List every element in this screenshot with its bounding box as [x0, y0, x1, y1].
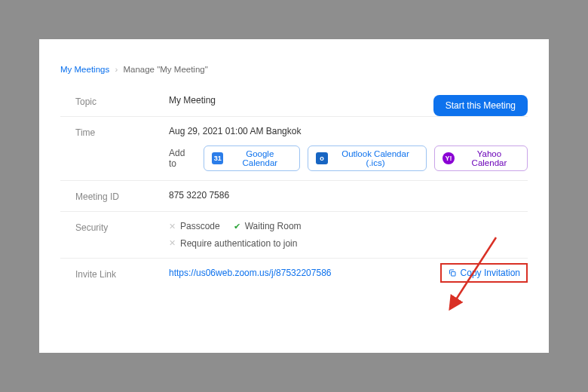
outlook-calendar-button[interactable]: o Outlook Calendar (.ics): [308, 145, 427, 171]
time-value: Aug 29, 2021 01:00 AM Bangkok: [169, 126, 528, 136]
time-block: Aug 29, 2021 01:00 AM Bangkok Add to 31 …: [169, 126, 528, 171]
security-waiting-room-label: Waiting Room: [245, 221, 302, 231]
meeting-id-label: Meeting ID: [75, 190, 169, 202]
security-label: Security: [75, 221, 169, 233]
svg-rect-0: [451, 271, 455, 276]
x-icon: ✕: [169, 222, 176, 231]
outlook-calendar-icon: o: [316, 152, 328, 164]
row-meeting-id: Meeting ID 875 3220 7586: [60, 180, 528, 211]
google-calendar-label: Google Calendar: [228, 149, 292, 167]
meeting-manage-panel: My Meetings › Manage "My Meeting" Start …: [39, 39, 549, 353]
google-calendar-button[interactable]: 31 Google Calendar: [204, 145, 300, 171]
yahoo-calendar-icon: Y!: [443, 152, 455, 164]
add-to-label: Add to: [169, 148, 194, 169]
outlook-calendar-label: Outlook Calendar (.ics): [332, 149, 419, 167]
meeting-id-value: 875 3220 7586: [169, 190, 528, 201]
security-passcode-label: Passcode: [180, 221, 220, 231]
row-security: Security ✕ Passcode ✔ Waiting Room ✕ Req…: [60, 211, 528, 258]
row-time: Time Aug 29, 2021 01:00 AM Bangkok Add t…: [60, 116, 528, 180]
breadcrumb: My Meetings › Manage "My Meeting": [60, 65, 528, 74]
yahoo-calendar-button[interactable]: Y! Yahoo Calendar: [434, 145, 528, 171]
check-icon: ✔: [234, 222, 240, 231]
x-icon: ✕: [169, 238, 176, 248]
breadcrumb-current: Manage "My Meeting": [123, 65, 207, 74]
security-waiting-room: ✔ Waiting Room: [234, 221, 302, 231]
yahoo-calendar-label: Yahoo Calendar: [459, 149, 519, 167]
security-passcode: ✕ Passcode: [169, 221, 220, 231]
invite-link-label: Invite Link: [75, 268, 169, 280]
start-meeting-button[interactable]: Start this Meeting: [433, 95, 528, 116]
time-label: Time: [75, 126, 169, 138]
copy-invitation-button[interactable]: Copy Invitation: [440, 263, 528, 283]
copy-icon: [448, 268, 457, 277]
google-calendar-icon: 31: [212, 152, 224, 164]
breadcrumb-separator: ›: [115, 65, 118, 74]
topic-label: Topic: [75, 95, 169, 107]
security-require-auth-label: Require authentication to join: [180, 238, 297, 249]
security-require-auth: ✕ Require authentication to join: [169, 238, 297, 249]
breadcrumb-root-link[interactable]: My Meetings: [60, 65, 109, 74]
copy-invitation-label: Copy Invitation: [461, 268, 520, 278]
row-invite-link: Invite Link https://us06web.zoom.us/j/87…: [60, 258, 528, 289]
security-block: ✕ Passcode ✔ Waiting Room ✕ Require auth…: [169, 221, 528, 249]
invite-link-value[interactable]: https://us06web.zoom.us/j/87532207586: [169, 268, 331, 278]
add-to-line: Add to 31 Google Calendar o Outlook Cale…: [169, 145, 528, 171]
